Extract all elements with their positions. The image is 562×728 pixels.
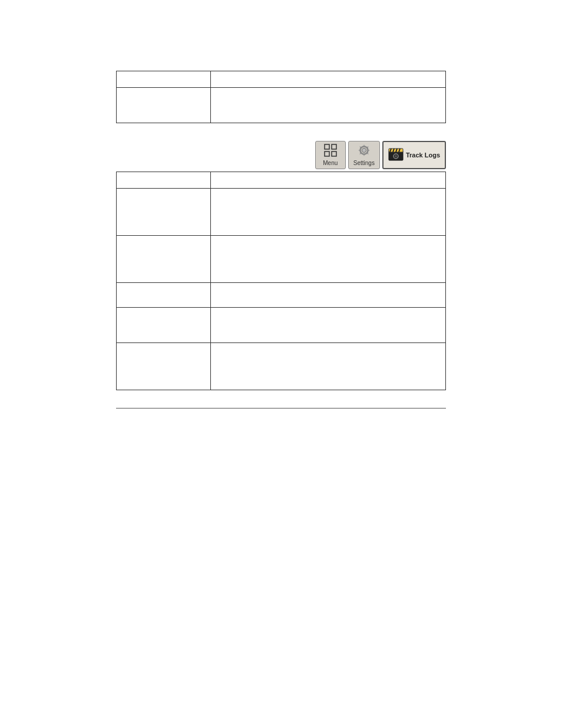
main-table-cell-r3c1 [117,236,211,283]
main-table-cell-r4c2 [210,283,445,308]
top-table-cell-r2c2 [210,88,445,123]
svg-point-14 [395,155,397,157]
table-row [117,88,446,123]
toolbar-area: Menu [116,141,446,169]
table-row [117,308,446,343]
main-table-cell-r6c2 [210,343,445,390]
svg-rect-2 [325,151,329,156]
settings-button[interactable]: Settings [348,141,380,169]
settings-label: Settings [353,160,375,166]
top-table [116,71,446,123]
main-table [116,172,446,390]
table-row [117,343,446,390]
main-table-cell-r3c2 [210,236,445,283]
svg-rect-3 [332,151,336,156]
main-table-cell-r4c1 [117,283,211,308]
main-table-cell-r6c1 [117,343,211,390]
top-table-cell-r1c1 [117,71,211,88]
main-table-wrapper [116,172,446,390]
menu-label: Menu [323,160,338,166]
track-logs-icon-row: Track Logs [388,148,440,163]
top-table-cell-r1c2 [210,71,445,88]
footer-divider [116,408,446,409]
settings-gear-icon [358,144,371,159]
track-logs-label: Track Logs [406,151,440,159]
main-table-cell-r5c1 [117,308,211,343]
table-row [117,172,446,189]
table-row [117,283,446,308]
main-table-cell-r1c1 [117,172,211,189]
main-table-cell-r2c2 [210,189,445,236]
main-table-cell-r1c2 [210,172,445,189]
table-row [117,189,446,236]
svg-rect-1 [332,144,336,149]
menu-button[interactable]: Menu [315,141,346,169]
menu-grid-icon [324,144,337,159]
svg-point-6 [362,149,366,152]
table-row [117,236,446,283]
top-table-cell-r2c1 [117,88,211,123]
table-row [117,71,446,88]
page-container: Menu [0,0,562,728]
track-logs-button[interactable]: Track Logs [382,141,446,169]
main-table-cell-r5c2 [210,308,445,343]
main-table-cell-r2c1 [117,189,211,236]
svg-rect-0 [325,144,329,149]
clapper-icon [388,148,404,163]
top-table-wrapper [116,71,446,123]
